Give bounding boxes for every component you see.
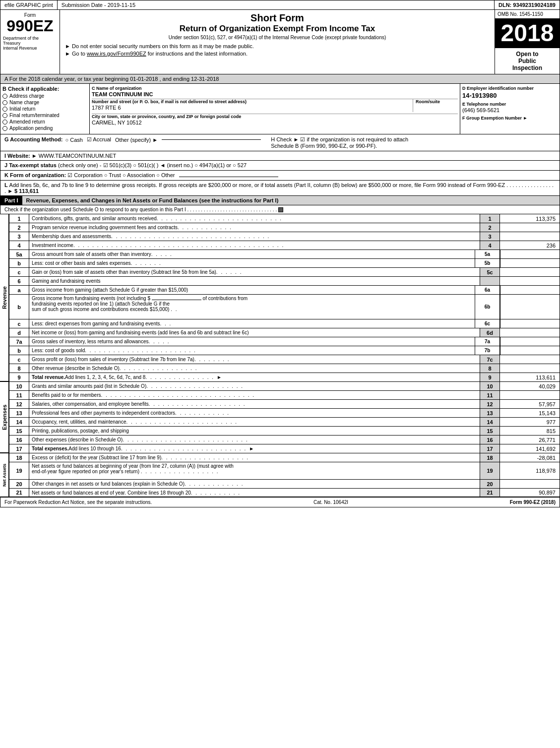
page: efile GRAPHIC print Submission Date - 20… <box>0 0 560 507</box>
row-description: Other revenue (describe in Schedule O) .… <box>29 364 480 373</box>
schedule-o-checkbox[interactable] <box>278 207 283 212</box>
row-description: Total revenue. Add lines 1, 2, 3, 4, 5c,… <box>29 373 480 381</box>
row-description: Net income or (loss) from gaming and fun… <box>29 328 480 337</box>
other-option: Other (specify) ► <box>115 137 158 143</box>
table-row: 11 Benefits paid to or for members . . .… <box>9 390 560 399</box>
l-text: Add lines 5b, 6c, and 7b to line 9 to de… <box>9 182 505 188</box>
row-description: Gaming and fundraising events <box>29 277 480 285</box>
final-return-label: Final return/terminated <box>9 113 60 118</box>
row-description: Gross income from fundraising events (no… <box>29 295 475 319</box>
row-line-ref: 1 <box>480 214 500 223</box>
row-number: 19 <box>9 462 29 479</box>
website-url: WWW.TEAMCONTINUUM.NET <box>39 153 116 159</box>
table-row: 15 Printing, publications, postage, and … <box>9 426 560 435</box>
row-line-ref: 21 <box>480 489 500 497</box>
expense-rows: 10 Grants and similar amounts paid (list… <box>9 381 560 453</box>
row-description: Gross sales of inventory, less returns a… <box>29 337 475 346</box>
row-number: b <box>9 295 29 319</box>
row-value: 90,897 <box>500 489 560 497</box>
row-description: Occupancy, rent, utilities, and maintena… <box>29 418 480 426</box>
l-label: L <box>4 182 9 188</box>
row-description: Gain or (loss) from sale of assets other… <box>29 268 480 276</box>
final-return-radio[interactable] <box>2 113 7 118</box>
row-value <box>500 328 560 337</box>
row-number: 15 <box>9 427 29 435</box>
form-org-section: K Form of organization: ☑ Corporation ○ … <box>0 170 560 180</box>
row-description: Net assets or fund balances at beginning… <box>29 462 480 479</box>
row-number: 14 <box>9 418 29 426</box>
table-row: 20 Other changes in net assets or fund b… <box>9 479 560 488</box>
row-line-ref: 7c <box>480 355 500 364</box>
go-to-irs: ► Go to www.irs.gov/Form990EZ for instru… <box>65 51 490 57</box>
address-change: Address charge <box>2 93 87 99</box>
row-line-ref: 16 <box>480 436 500 444</box>
row-description: Salaries, other compensation, and employ… <box>29 400 480 408</box>
row-number: b <box>9 346 29 355</box>
net-assets-section-wrapper: Net Assets 18 Excess or (deficit) for th… <box>0 453 560 497</box>
row-description: Printing, publications, postage, and shi… <box>29 427 480 435</box>
row-number: c <box>9 355 29 364</box>
row-value: 26,771 <box>500 436 560 444</box>
address-change-label: Address charge <box>9 93 44 99</box>
row-value: 15,143 <box>500 409 560 417</box>
phone-value: (646) 569-5621 <box>462 107 558 113</box>
row-line-ref: 4 <box>480 241 500 249</box>
row-description: Membership dues and assessments . . . . … <box>29 232 480 241</box>
initial-return-radio[interactable] <box>2 107 7 112</box>
row-value <box>500 259 560 267</box>
org-info-col: C Name of organization TEAM CONTINUUM IN… <box>90 84 460 134</box>
table-row: 4 Investment income . . . . . . . . . . … <box>9 241 560 249</box>
revenue-side-label: Revenue <box>0 214 9 381</box>
h-check: H Check ► ☑ if the organization is not r… <box>271 136 430 149</box>
row-number: 3 <box>9 232 29 241</box>
amended-return: Amended return <box>2 119 87 125</box>
amended-return-radio[interactable] <box>2 120 7 125</box>
row-line-ref: 20 <box>480 480 500 488</box>
row-ref: 6b <box>475 295 500 319</box>
row-ref: 5b <box>475 259 500 267</box>
row-description: Other expenses (describe in Schedule O) … <box>29 436 480 444</box>
row-number: c <box>9 268 29 276</box>
final-return: Final return/terminated <box>2 113 87 118</box>
table-row: 19 Net assets or fund balances at beginn… <box>9 462 560 479</box>
table-row: 1 Contributions, gifts, grants, and simi… <box>9 214 560 223</box>
row-ref: 7b <box>475 346 500 355</box>
row-line-ref: 9 <box>480 373 500 381</box>
row-value <box>500 250 560 258</box>
accrual-option[interactable]: ☑ Accrual <box>87 136 111 143</box>
row-value <box>500 346 560 355</box>
row-description: Excess or (deficit) for the year (Subtra… <box>29 453 480 462</box>
row-number: 20 <box>9 480 29 488</box>
table-row: 7a Gross sales of inventory, less return… <box>9 337 560 346</box>
taxexempt-options: ☑ 501(c)(3) ○ 501(c)( ) ◄ (insert no.) ○… <box>103 162 247 168</box>
row-number: 6 <box>9 277 29 285</box>
efile-label: efile GRAPHIC print <box>0 0 58 9</box>
e-phone-label: E Telephone number <box>462 102 558 107</box>
table-row: 8 Other revenue (describe in Schedule O)… <box>9 364 560 373</box>
cat-no: Cat. No. 10642I <box>313 499 348 505</box>
app-pending-radio[interactable] <box>2 126 7 131</box>
form-number-col: Form 990EZ Department of the Treasury In… <box>0 10 60 74</box>
address-change-radio[interactable] <box>2 94 7 99</box>
d-ein-label: D Employer identification number <box>462 86 558 91</box>
row-value: 57,957 <box>500 400 560 408</box>
table-row: 18 Excess or (deficit) for the year (Sub… <box>9 453 560 462</box>
row-value: 236 <box>500 241 560 249</box>
row-line-ref: 8 <box>480 364 500 373</box>
cash-option[interactable]: ○ Cash <box>65 137 83 143</box>
paperwork-text: For Paperwork Reduction Act Notice, see … <box>4 499 152 505</box>
row-description: Gross income from gaming (attach Schedul… <box>29 286 475 294</box>
row-description: Other changes in net assets or fund bala… <box>29 480 480 488</box>
row-number: b <box>9 259 29 267</box>
name-change-radio[interactable] <box>2 100 7 105</box>
row-line-ref: 18 <box>480 453 500 462</box>
row-number: 4 <box>9 241 29 249</box>
table-row: 14 Occupancy, rent, utilities, and maint… <box>9 417 560 426</box>
net-assets-side-label: Net Assets <box>0 453 9 497</box>
table-row: 13 Professional fees and other payments … <box>9 408 560 417</box>
row-number: c <box>9 319 29 328</box>
submission-date: Submission Date - 2019-11-15 <box>58 0 495 9</box>
row-number: 2 <box>9 223 29 232</box>
expenses-side-label: Expenses <box>0 381 9 453</box>
row-description: Less: cost or other basis and sales expe… <box>29 259 475 267</box>
